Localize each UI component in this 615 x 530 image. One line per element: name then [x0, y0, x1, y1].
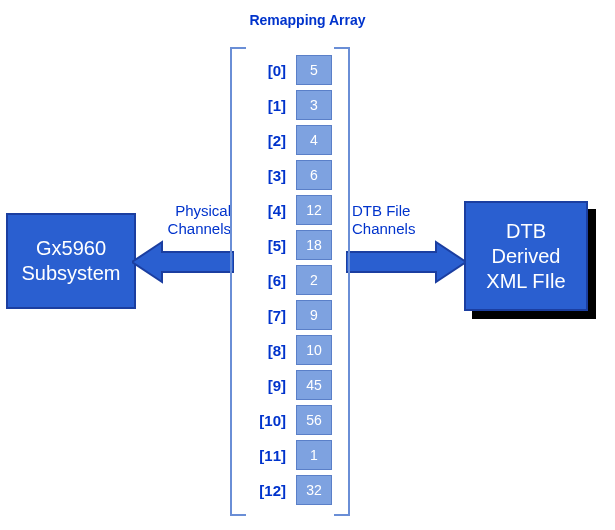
array-row: [4] 12 [236, 195, 344, 225]
array-index: [11] [236, 447, 296, 464]
array-row: [2] 4 [236, 125, 344, 155]
array-row: [8] 10 [236, 335, 344, 365]
label-dtb-line1: DTB File [352, 202, 410, 219]
left-box-line1: Gx5960 [8, 236, 134, 261]
right-box-line2: Derived [466, 244, 586, 269]
array-row: [7] 9 [236, 300, 344, 330]
array-value: 18 [296, 230, 332, 260]
label-physical-line1: Physical [175, 202, 231, 219]
label-dtb-line2: Channels [352, 220, 415, 237]
array-value: 5 [296, 55, 332, 85]
array-row: [10] 56 [236, 405, 344, 435]
array-value: 12 [296, 195, 332, 225]
array-row: [3] 6 [236, 160, 344, 190]
array-index: [10] [236, 412, 296, 429]
array-row: [11] 1 [236, 440, 344, 470]
svg-marker-1 [346, 242, 466, 282]
svg-marker-0 [132, 242, 234, 282]
array-index: [7] [236, 307, 296, 324]
arrow-left-icon [132, 240, 234, 284]
array-value: 3 [296, 90, 332, 120]
left-box-line2: Subsystem [8, 261, 134, 286]
remapping-array: [0] 5 [1] 3 [2] 4 [3] 6 [4] 12 [5] 18 [6… [236, 55, 344, 510]
array-index: [3] [236, 167, 296, 184]
right-box-dtb-xml-file: DTB Derived XML FIle [464, 201, 588, 311]
label-physical-channels: Physical Channels [161, 202, 231, 238]
array-value: 4 [296, 125, 332, 155]
array-row: [9] 45 [236, 370, 344, 400]
array-index: [5] [236, 237, 296, 254]
array-index: [9] [236, 377, 296, 394]
array-index: [1] [236, 97, 296, 114]
array-value: 32 [296, 475, 332, 505]
array-index: [2] [236, 132, 296, 149]
array-value: 9 [296, 300, 332, 330]
array-value: 45 [296, 370, 332, 400]
array-index: [6] [236, 272, 296, 289]
array-value: 1 [296, 440, 332, 470]
array-row: [5] 18 [236, 230, 344, 260]
array-row: [0] 5 [236, 55, 344, 85]
arrow-right-icon [346, 240, 466, 284]
label-physical-line2: Channels [168, 220, 231, 237]
array-index: [8] [236, 342, 296, 359]
array-row: [12] 32 [236, 475, 344, 505]
right-box-line3: XML FIle [466, 269, 586, 294]
array-index: [4] [236, 202, 296, 219]
array-index: [0] [236, 62, 296, 79]
right-box-line1: DTB [466, 219, 586, 244]
array-value: 10 [296, 335, 332, 365]
array-index: [12] [236, 482, 296, 499]
array-value: 6 [296, 160, 332, 190]
array-value: 56 [296, 405, 332, 435]
left-box-gx5960-subsystem: Gx5960 Subsystem [6, 213, 136, 309]
array-row: [1] 3 [236, 90, 344, 120]
array-row: [6] 2 [236, 265, 344, 295]
array-value: 2 [296, 265, 332, 295]
diagram-title: Remapping Array [0, 12, 615, 28]
label-dtb-file-channels: DTB File Channels [352, 202, 432, 238]
